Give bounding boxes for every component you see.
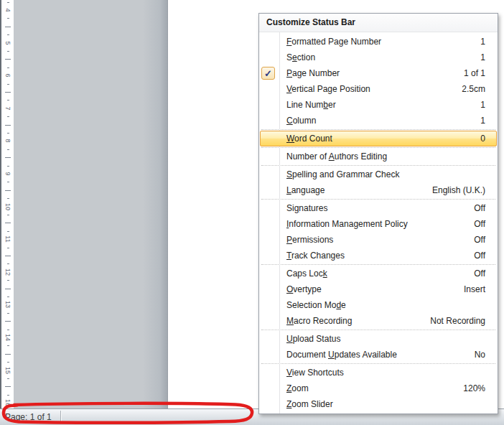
menu-item-language[interactable]: LanguageEnglish (U.K.) bbox=[260, 182, 497, 198]
menu-item-label: Caps Lock bbox=[286, 268, 327, 279]
menu-item-label: Word Count bbox=[286, 134, 332, 144]
ruler-tick bbox=[5, 27, 11, 27]
ruler-tick bbox=[5, 256, 11, 256]
menu-item-information-management-policy[interactable]: Information Management PolicyOff bbox=[260, 216, 497, 232]
menu-item-list: Formatted Page Number1Section1✓Page Numb… bbox=[259, 32, 498, 414]
ruler-tick bbox=[7, 215, 9, 215]
menu-item-number-of-authors-editing[interactable]: Number of Authors Editing bbox=[260, 149, 497, 164]
ruler-tick bbox=[7, 182, 9, 182]
menu-separator bbox=[261, 363, 495, 364]
status-bar-divider bbox=[60, 411, 62, 424]
ruler-tick bbox=[5, 125, 11, 126]
ruler-number: 11 bbox=[4, 235, 12, 244]
ruler-tick bbox=[7, 231, 9, 232]
menu-item-label: Number of Authors Editing bbox=[286, 151, 387, 162]
menu-item-label: Signatures bbox=[286, 203, 327, 213]
menu-item-value: Off bbox=[474, 203, 485, 213]
menu-item-view-shortcuts[interactable]: View Shortcuts bbox=[260, 365, 497, 380]
menu-item-caps-lock[interactable]: Caps LockOff bbox=[260, 266, 497, 281]
ruler-tick bbox=[7, 116, 9, 117]
menu-item-upload-status[interactable]: Upload Status bbox=[260, 331, 497, 347]
ruler-number: 10 bbox=[4, 202, 12, 211]
menu-item-label: Line Number bbox=[286, 100, 336, 110]
menu-separator bbox=[261, 330, 495, 330]
ruler-tick bbox=[7, 84, 9, 85]
menu-item-formatted-page-number[interactable]: Formatted Page Number1 bbox=[260, 34, 497, 50]
ruler-tick bbox=[7, 2, 9, 3]
menu-item-label: Formatted Page Number bbox=[286, 37, 381, 47]
menu-item-label: Document Updates Available bbox=[286, 350, 397, 360]
menu-item-label: Vertical Page Position bbox=[286, 84, 370, 94]
ruler-number: 12 bbox=[4, 267, 12, 276]
vertical-ruler: 45678910111213141516 bbox=[1, 0, 14, 408]
menu-item-column[interactable]: Column1 bbox=[260, 113, 497, 129]
menu-item-value: 0 bbox=[480, 134, 485, 144]
ruler-tick bbox=[7, 263, 9, 264]
menu-item-label: Section bbox=[286, 52, 315, 62]
menu-separator bbox=[261, 129, 495, 130]
ruler-tick bbox=[7, 51, 9, 52]
menu-item-section[interactable]: Section1 bbox=[260, 50, 497, 65]
menu-item-document-updates-available[interactable]: Document Updates AvailableNo bbox=[260, 347, 497, 363]
menu-item-value: 1 bbox=[480, 52, 485, 62]
menu-title: Customize Status Bar bbox=[259, 14, 498, 32]
menu-item-label: Information Management Policy bbox=[286, 219, 408, 229]
menu-item-label: View Shortcuts bbox=[286, 368, 344, 378]
menu-item-value: Insert bbox=[464, 284, 485, 294]
menu-item-value: Off bbox=[474, 251, 485, 261]
ruler-number: 14 bbox=[4, 333, 12, 342]
ruler-tick bbox=[5, 354, 11, 355]
menu-item-signatures[interactable]: SignaturesOff bbox=[260, 200, 497, 216]
menu-item-track-changes[interactable]: Track ChangesOff bbox=[260, 248, 497, 263]
menu-item-value: 2.5cm bbox=[462, 84, 485, 94]
ruler-number: 7 bbox=[4, 103, 12, 113]
menu-item-value: 1 bbox=[480, 116, 485, 126]
menu-item-line-number[interactable]: Line Number1 bbox=[260, 97, 497, 113]
menu-item-value: Off bbox=[474, 268, 485, 279]
ruler-tick bbox=[5, 59, 11, 60]
menu-item-overtype[interactable]: OvertypeInsert bbox=[260, 281, 497, 297]
ruler-number: 16 bbox=[4, 398, 12, 408]
ruler-tick bbox=[5, 386, 11, 387]
ruler-tick bbox=[7, 18, 9, 19]
menu-separator bbox=[261, 165, 495, 166]
ruler-number: 5 bbox=[4, 38, 12, 47]
menu-item-macro-recording[interactable]: Macro RecordingNot Recording bbox=[260, 313, 497, 329]
ruler-number: 13 bbox=[4, 300, 12, 309]
ruler-tick bbox=[5, 289, 11, 289]
menu-separator bbox=[261, 264, 495, 265]
ruler-tick bbox=[5, 92, 11, 93]
menu-item-label: Spelling and Grammar Check bbox=[286, 169, 399, 179]
menu-item-word-count[interactable]: Word Count0 bbox=[260, 131, 497, 146]
menu-item-label: Upload Status bbox=[286, 334, 340, 344]
menu-item-value: 1 of 1 bbox=[464, 68, 485, 78]
ruler-tick bbox=[7, 133, 9, 134]
menu-item-selection-mode[interactable]: Selection Mode bbox=[260, 297, 497, 313]
document-workspace: 45678910111213141516 bbox=[0, 0, 168, 408]
menu-item-zoom[interactable]: Zoom120% bbox=[260, 380, 497, 396]
menu-item-vertical-page-position[interactable]: Vertical Page Position2.5cm bbox=[260, 81, 497, 97]
ruler-number: 8 bbox=[4, 136, 12, 146]
ruler-tick bbox=[7, 149, 9, 150]
menu-item-page-number[interactable]: ✓Page Number1 of 1 bbox=[260, 65, 497, 81]
menu-item-zoom-slider[interactable]: Zoom Slider bbox=[260, 396, 497, 412]
menu-separator bbox=[261, 199, 495, 200]
menu-item-label: Overtype bbox=[286, 284, 322, 294]
ruler-tick bbox=[5, 321, 11, 322]
menu-item-label: Language bbox=[286, 185, 325, 195]
menu-item-label: Selection Mode bbox=[286, 300, 346, 310]
menu-separator bbox=[261, 147, 495, 148]
menu-item-value: 1 bbox=[480, 37, 485, 47]
menu-item-spelling-and-grammar-check[interactable]: Spelling and Grammar Check bbox=[260, 167, 497, 182]
menu-item-label: Track Changes bbox=[286, 251, 345, 261]
ruler-tick bbox=[7, 67, 9, 68]
menu-item-value: Off bbox=[474, 235, 485, 245]
menu-item-label: Zoom Slider bbox=[286, 399, 333, 409]
page-indicator[interactable]: Page: 1 of 1 bbox=[5, 412, 52, 422]
menu-item-permissions[interactable]: PermissionsOff bbox=[260, 232, 497, 248]
ruler-tick bbox=[7, 166, 9, 167]
ruler-tick bbox=[7, 100, 9, 101]
ruler-number: 4 bbox=[4, 6, 12, 15]
menu-item-value: No bbox=[475, 350, 485, 360]
menu-item-label: Column bbox=[286, 116, 316, 126]
